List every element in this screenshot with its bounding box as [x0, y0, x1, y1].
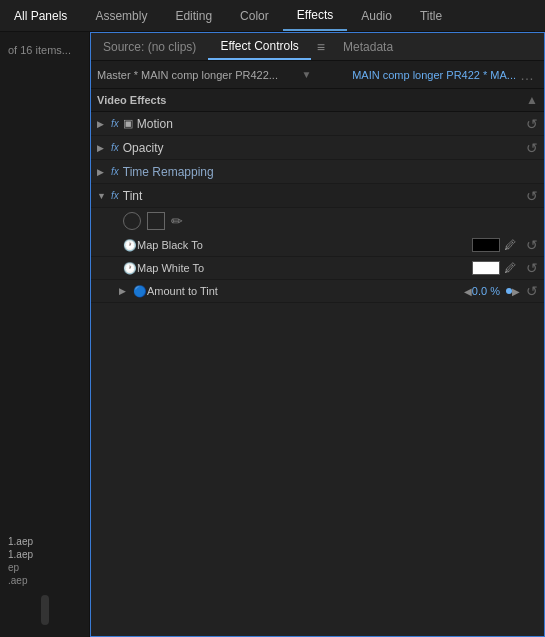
- map-black-eyedropper-icon[interactable]: 🖉: [504, 238, 516, 252]
- effect-row-tint: ▼ fx Tint ↺: [91, 184, 544, 208]
- effect-row-time-remapping: ▶ fx Time Remapping: [91, 160, 544, 184]
- effect-row-opacity: ▶ fx Opacity ↺: [91, 136, 544, 160]
- map-white-swatch[interactable]: [472, 261, 500, 275]
- amount-right-arrow[interactable]: ▶: [512, 286, 520, 297]
- time-remap-fx-badge: fx: [111, 166, 119, 177]
- sidebar-files: 1.aep 1.aep ep .aep: [0, 531, 89, 591]
- nav-item-color[interactable]: Color: [226, 0, 283, 31]
- section-label: Video Effects: [97, 94, 167, 106]
- nav-item-audio[interactable]: Audio: [347, 0, 406, 31]
- amount-left-arrow[interactable]: ◀: [464, 286, 472, 297]
- tab-source[interactable]: Source: (no clips): [91, 33, 208, 60]
- nav-item-title[interactable]: Title: [406, 0, 456, 31]
- opacity-label: Opacity: [123, 141, 520, 155]
- motion-reset-btn[interactable]: ↺: [520, 116, 538, 132]
- tint-circle-icon[interactable]: [123, 212, 141, 230]
- file-item-1[interactable]: 1.aep: [8, 535, 81, 548]
- map-white-eyedropper-icon[interactable]: 🖉: [504, 261, 516, 275]
- section-scroll-btn[interactable]: ▲: [526, 93, 538, 107]
- opacity-expand-btn[interactable]: ▶: [97, 143, 111, 153]
- main-area: of 16 items... 1.aep 1.aep ep .aep Sourc…: [0, 32, 545, 637]
- nav-item-assembly[interactable]: Assembly: [81, 0, 161, 31]
- map-black-label: Map Black To: [137, 239, 472, 251]
- tint-map-white-row: 🕐 Map White To 🖉 ↺: [91, 257, 544, 280]
- amount-reset-btn[interactable]: ↺: [520, 283, 538, 299]
- tint-reset-btn[interactable]: ↺: [520, 188, 538, 204]
- comp-menu-btn[interactable]: …: [516, 67, 538, 83]
- section-header: Video Effects ▲: [91, 89, 544, 112]
- file-item-4[interactable]: .aep: [8, 574, 81, 587]
- map-black-clock-icon[interactable]: 🕐: [123, 239, 137, 252]
- tab-metadata[interactable]: Metadata: [331, 33, 405, 60]
- nav-item-editing[interactable]: Editing: [161, 0, 226, 31]
- map-black-swatch[interactable]: [472, 238, 500, 252]
- file-item-2[interactable]: 1.aep: [8, 548, 81, 561]
- sidebar-count: of 16 items...: [0, 40, 89, 60]
- nav-item-all-panels[interactable]: All Panels: [0, 0, 81, 31]
- comp-arrow[interactable]: ▼: [298, 69, 316, 80]
- opacity-reset-btn[interactable]: ↺: [520, 140, 538, 156]
- top-nav: All Panels Assembly Editing Color Effect…: [0, 0, 545, 32]
- motion-expand-btn[interactable]: ▶: [97, 119, 111, 129]
- tint-fx-badge: fx: [111, 190, 119, 201]
- opacity-fx-badge: fx: [111, 142, 119, 153]
- tab-menu-icon[interactable]: ≡: [311, 39, 331, 55]
- effects-list: ▶ fx ▣ Motion ↺ ▶ fx Opacity ↺ ▶ fx Time…: [91, 112, 544, 636]
- time-remap-label: Time Remapping: [123, 165, 538, 179]
- motion-label: Motion: [137, 117, 520, 131]
- amount-expand-btn[interactable]: ▶: [119, 286, 133, 296]
- left-sidebar: of 16 items... 1.aep 1.aep ep .aep: [0, 32, 90, 637]
- comp-target-label: MAIN comp longer PR422 * MA...: [315, 69, 516, 81]
- tint-brush-icon[interactable]: ✏: [171, 213, 183, 229]
- panel-tabs: Source: (no clips) Effect Controls ≡ Met…: [91, 33, 544, 61]
- map-black-reset-btn[interactable]: ↺: [520, 237, 538, 253]
- tint-amount-row: ▶ 🔵 Amount to Tint ◀ 0.0 % ▶ ↺: [91, 280, 544, 303]
- tint-expand-btn[interactable]: ▼: [97, 191, 111, 201]
- comp-source-label: Master * MAIN comp longer PR422...: [97, 69, 298, 81]
- comp-selector: Master * MAIN comp longer PR422... ▼ MAI…: [91, 61, 544, 89]
- amount-label: Amount to Tint: [147, 285, 464, 297]
- tab-effect-controls[interactable]: Effect Controls: [208, 33, 310, 60]
- tint-icons-row: ✏: [91, 208, 544, 234]
- map-white-clock-icon[interactable]: 🕐: [123, 262, 137, 275]
- tint-label: Tint: [123, 189, 520, 203]
- motion-icon: ▣: [123, 117, 133, 130]
- effect-row-motion: ▶ fx ▣ Motion ↺: [91, 112, 544, 136]
- tint-map-black-row: 🕐 Map Black To 🖉 ↺: [91, 234, 544, 257]
- sidebar-scrollbar[interactable]: [41, 595, 49, 625]
- time-remap-expand-btn[interactable]: ▶: [97, 167, 111, 177]
- map-white-label: Map White To: [137, 262, 472, 274]
- nav-item-effects[interactable]: Effects: [283, 0, 347, 31]
- file-item-3[interactable]: ep: [8, 561, 81, 574]
- amount-value[interactable]: 0.0 %: [472, 285, 500, 297]
- tint-rect-icon[interactable]: [147, 212, 165, 230]
- amount-clock-icon[interactable]: 🔵: [133, 285, 147, 298]
- map-white-reset-btn[interactable]: ↺: [520, 260, 538, 276]
- empty-panel: [91, 303, 544, 583]
- panel: Source: (no clips) Effect Controls ≡ Met…: [90, 32, 545, 637]
- motion-fx-badge: fx: [111, 118, 119, 129]
